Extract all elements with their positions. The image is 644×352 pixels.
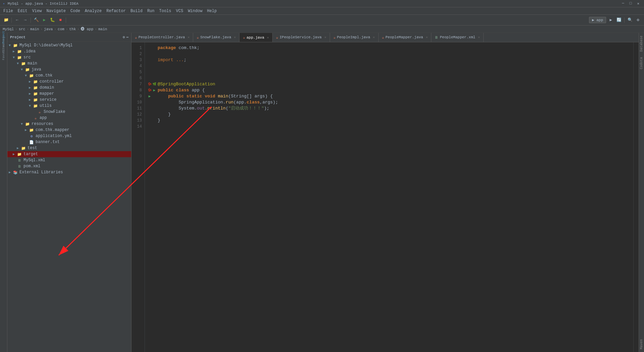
breadcrumb-app[interactable]: 🅐 app	[81, 27, 93, 31]
tab-people-impl[interactable]: ☕ PeopleImpl.java ✕	[330, 33, 379, 42]
favorites-icon[interactable]: Favorites	[1, 49, 7, 55]
breadcrumb-com[interactable]: com	[58, 27, 64, 31]
bean-icon[interactable]: 🫘	[148, 82, 152, 86]
minimize-button[interactable]: ─	[620, 1, 626, 6]
codota-panel[interactable]: Codota	[639, 54, 644, 72]
maximize-button[interactable]: □	[628, 1, 634, 6]
menubar: File Edit View Navigate Code Analyze Ref…	[0, 7, 644, 15]
tab-people-mapper-java[interactable]: ☕ PeopleMapper.java ✕	[379, 33, 432, 42]
code-content[interactable]: package com.thk; import ...;	[145, 42, 633, 352]
toolbar-debug[interactable]: 🐛	[49, 17, 56, 24]
folder-icon: 📁	[33, 85, 38, 90]
tree-target[interactable]: ▶ 📁 target	[7, 151, 131, 157]
tab-close[interactable]: ✕	[234, 35, 236, 39]
toolbar-forward[interactable]: →	[22, 17, 29, 24]
menu-code[interactable]: Code	[68, 8, 82, 14]
tab-label: SnowFlake.java	[200, 35, 231, 39]
tree-mysql-xml[interactable]: 🗎 MySql.xml	[7, 157, 131, 163]
menu-refactor[interactable]: Refactor	[104, 8, 128, 14]
menu-tools[interactable]: Tools	[157, 8, 173, 14]
breadcrumb-java[interactable]: java	[44, 27, 53, 31]
tab-snowflake[interactable]: ☕ SnowFlake.java ✕	[193, 33, 239, 42]
menu-vcs[interactable]: VCS	[174, 8, 185, 14]
breadcrumb-main[interactable]: main	[30, 27, 39, 31]
tree-java[interactable]: ▼ 📁 java	[7, 67, 131, 73]
tree-test[interactable]: ▶ 📁 test	[7, 145, 131, 151]
tree-item-label: SnowFlake	[44, 109, 65, 114]
tab-close[interactable]: ✕	[478, 35, 480, 39]
breadcrumb-main-method[interactable]: main	[98, 27, 107, 31]
spring-icon[interactable]: 🌿	[152, 82, 156, 86]
tree-service[interactable]: ▶ 📁 service	[7, 97, 131, 103]
tab-label: PeopleController.java	[139, 35, 185, 39]
menu-navigate[interactable]: Navigate	[44, 8, 68, 14]
menu-run[interactable]: Run	[145, 8, 157, 14]
toolbar-search[interactable]: 🔍	[627, 17, 633, 24]
run-icon-2[interactable]: ▶	[148, 94, 152, 98]
toolbar-run[interactable]: ▶	[41, 17, 48, 24]
tab-app[interactable]: ☕ app.java ✕	[239, 33, 272, 42]
folder-icon: 📁	[17, 49, 22, 54]
tree-idea[interactable]: ▶ 📁 .idea	[7, 48, 131, 54]
xml-icon: 🗎	[17, 164, 22, 169]
tab-close[interactable]: ✕	[324, 35, 326, 39]
close-button[interactable]: ✕	[635, 1, 641, 6]
tree-controller[interactable]: ▶ 📁 controller	[7, 79, 131, 85]
menu-build[interactable]: Build	[128, 8, 145, 14]
tree-banner-txt[interactable]: 📄 banner.txt	[7, 139, 131, 145]
breadcrumb-mysql[interactable]: MySql	[3, 27, 14, 31]
tree-application-yml[interactable]: ⚙ application.yml	[7, 133, 131, 139]
code-line-13: }	[148, 118, 633, 124]
title-controls[interactable]: ─ □ ✕	[620, 1, 641, 6]
run-config-label: ▶ app	[589, 17, 606, 23]
run-icon[interactable]: ▶	[152, 88, 156, 92]
sidebar-sync-icon[interactable]: ⚙	[123, 35, 125, 39]
menu-view[interactable]: View	[30, 8, 44, 14]
database-panel[interactable]: Database	[639, 33, 644, 54]
tree-mapper[interactable]: ▶ 📁 mapper	[7, 91, 131, 97]
toolbar-build[interactable]: 🔨	[33, 17, 40, 24]
code-line-5	[148, 69, 633, 75]
tab-people-mapper-xml[interactable]: 🗎 PeopleMapper.xml ✕	[431, 33, 484, 42]
tab-ipeople-service[interactable]: ☕ IPeopleService.java ✕	[273, 33, 330, 42]
tree-pom-xml[interactable]: 🗎 pom.xml	[7, 163, 131, 169]
tree-app[interactable]: ☕ app	[7, 115, 131, 121]
tree-external-libs[interactable]: ▶ 📚 External Libraries	[7, 169, 131, 175]
tab-close[interactable]: ✕	[426, 35, 428, 39]
tree-domain[interactable]: ▶ 📁 domain	[7, 85, 131, 91]
tree-main[interactable]: ▼ 📁 main	[7, 60, 131, 67]
folder-icon: 📁	[13, 43, 18, 48]
line-numbers: 1 2 3 4 5 6 7 8 9 10 11 12 13 14	[131, 42, 145, 352]
toolbar-update[interactable]: 🔄	[615, 17, 622, 24]
sidebar-gear-icon[interactable]: ⋯	[126, 35, 128, 39]
menu-file[interactable]: File	[1, 8, 15, 14]
tab-close[interactable]: ✕	[267, 36, 269, 40]
toolbar-settings[interactable]: ⚙	[635, 17, 641, 24]
tree-mapper-res[interactable]: ▶ 📁 com.thk.mapper	[7, 127, 131, 133]
code-line-7: 🫘 🌿 @SpringBootApplication	[148, 81, 633, 87]
java-main-icon: ☕	[33, 115, 38, 121]
code-line-8: 🫘 ▶ public class app {	[148, 87, 633, 93]
menu-edit[interactable]: Edit	[16, 8, 30, 14]
toolbar-back[interactable]: ←	[14, 17, 20, 24]
tree-utils[interactable]: ▼ 📁 utils	[7, 103, 131, 109]
tab-close[interactable]: ✕	[373, 35, 375, 39]
editor-scrollbar[interactable]	[633, 42, 639, 352]
menu-analyze[interactable]: Analyze	[83, 8, 104, 14]
menu-help[interactable]: Help	[205, 8, 219, 14]
menu-window[interactable]: Window	[186, 8, 204, 14]
tree-resources[interactable]: ▼ 📁 resources	[7, 121, 131, 127]
toolbar-open[interactable]: 📁	[3, 17, 9, 24]
tree-snowflake[interactable]: ☕ SnowFlake	[7, 109, 131, 115]
breadcrumb-thk[interactable]: thk	[69, 27, 76, 31]
toolbar-run-config[interactable]: ▶	[607, 17, 614, 24]
tab-people-controller[interactable]: ☕ PeopleController.java ✕	[131, 33, 193, 42]
maven-panel[interactable]: Maven	[639, 337, 644, 352]
breadcrumb-src[interactable]: src	[19, 27, 25, 31]
tree-com-thk[interactable]: ▼ 📁 com.thk	[7, 73, 131, 79]
tree-src[interactable]: ▼ 📁 src	[7, 54, 131, 60]
toolbar-stop[interactable]: ■	[57, 17, 64, 24]
tab-close[interactable]: ✕	[187, 35, 190, 39]
tree-project-root[interactable]: ▼ 📁 MySql D:\ideatwo\MySql	[7, 42, 131, 48]
bean-icon-2[interactable]: 🫘	[148, 88, 152, 92]
